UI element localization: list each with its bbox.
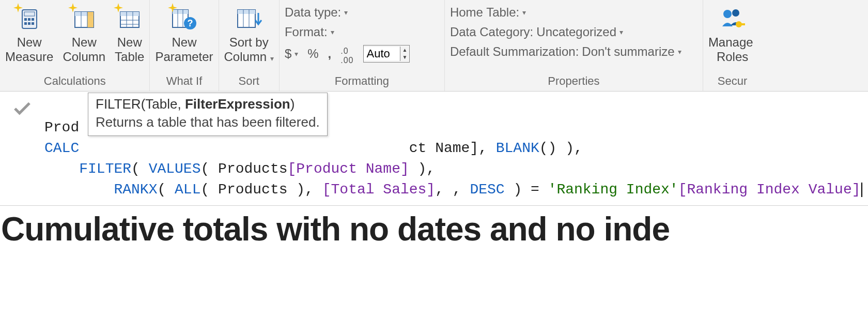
chevron-down-icon: ▾ xyxy=(522,8,526,17)
group-label-sort: Sort xyxy=(239,72,259,91)
group-formatting: Data type: ▾ Format: ▾ $ ▾ % xyxy=(280,0,445,91)
new-table-label: New Table xyxy=(115,35,144,64)
svg-rect-5 xyxy=(24,22,27,25)
intellisense-tooltip: FILTER(Table, FilterExpression) Returns … xyxy=(88,93,328,136)
svg-rect-1 xyxy=(24,12,35,16)
sparkle-icon xyxy=(114,3,123,12)
thousands-separator-button[interactable]: , xyxy=(328,47,332,61)
spin-up-icon[interactable]: ▲ xyxy=(400,47,410,54)
new-parameter-label: New Parameter xyxy=(155,35,213,64)
check-icon xyxy=(11,98,33,119)
ribbon: New Measure New Column xyxy=(0,0,868,92)
manage-roles-label: Manage Roles xyxy=(708,35,756,64)
percent-format-button[interactable]: % xyxy=(307,47,318,61)
chevron-down-icon: ▾ xyxy=(678,48,681,56)
group-label-properties: Properties xyxy=(548,72,599,91)
format-dropdown[interactable]: Format: ▾ xyxy=(285,25,334,39)
group-security: Manage Roles Secur xyxy=(703,0,762,91)
decimal-places-input[interactable] xyxy=(364,47,400,61)
group-label-calculations: Calculations xyxy=(44,72,106,91)
tooltip-signature: FILTER(Table, FilterExpression) xyxy=(96,96,320,112)
group-label-formatting: Formatting xyxy=(335,72,389,91)
sparkle-icon xyxy=(168,3,177,12)
currency-format-button[interactable]: $ ▾ xyxy=(285,47,298,61)
chevron-down-icon: ▾ xyxy=(619,28,623,36)
new-table-button[interactable]: New Table xyxy=(115,2,144,64)
svg-rect-16 xyxy=(120,12,139,16)
group-properties: Home Table: ▾ Data Category: Uncategoriz… xyxy=(445,0,703,91)
svg-rect-30 xyxy=(238,10,255,14)
group-calculations: New Measure New Column xyxy=(0,0,150,91)
svg-rect-2 xyxy=(24,18,27,21)
svg-rect-7 xyxy=(32,22,34,25)
home-table-dropdown[interactable]: Home Table: ▾ xyxy=(450,5,698,20)
decimal-icon: .0.00 xyxy=(340,47,353,65)
svg-rect-6 xyxy=(28,22,30,25)
text-cursor xyxy=(861,183,862,197)
group-sort: Sort by Column ▾ Sort xyxy=(219,0,280,91)
chevron-down-icon: ▾ xyxy=(295,50,298,58)
manage-roles-icon xyxy=(719,6,746,33)
sparkle-icon xyxy=(13,3,23,12)
group-label-whatif: What If xyxy=(166,72,203,91)
svg-point-34 xyxy=(732,9,739,17)
data-category-dropdown[interactable]: Data Category: Uncategorized ▾ xyxy=(450,25,698,39)
sort-by-column-icon xyxy=(236,6,262,33)
manage-roles-button[interactable]: Manage Roles xyxy=(708,2,756,64)
spin-down-icon[interactable]: ▼ xyxy=(400,54,410,61)
svg-point-33 xyxy=(723,10,732,18)
group-label-security: Secur xyxy=(718,72,747,91)
svg-marker-21 xyxy=(114,3,123,12)
svg-marker-28 xyxy=(168,3,177,12)
data-type-dropdown[interactable]: Data type: ▾ xyxy=(285,5,348,20)
chevron-down-icon: ▾ xyxy=(331,28,334,36)
new-measure-button[interactable]: New Measure xyxy=(5,2,53,64)
group-whatif: ? New Parameter What If xyxy=(150,0,219,91)
svg-text:?: ? xyxy=(188,18,193,28)
new-parameter-button[interactable]: ? New Parameter xyxy=(155,2,213,64)
new-column-button[interactable]: New Column xyxy=(63,2,105,64)
sort-by-column-label: Sort by Column ▾ xyxy=(224,35,274,66)
chevron-down-icon: ▾ xyxy=(344,8,348,17)
svg-marker-8 xyxy=(13,3,23,12)
sort-by-column-button[interactable]: Sort by Column ▾ xyxy=(224,2,274,66)
decimal-places-stepper[interactable]: ▲ ▼ xyxy=(363,45,410,63)
svg-rect-3 xyxy=(28,18,30,21)
sparkle-icon xyxy=(68,3,78,12)
formula-bar: Prod CALCULATE( IF( HASONEVALUE( Product… xyxy=(0,92,868,206)
chevron-down-icon: ▾ xyxy=(270,54,274,63)
default-summarization-dropdown[interactable]: Default Summarization: Don't summarize ▾ xyxy=(450,44,698,59)
svg-rect-4 xyxy=(32,18,34,21)
svg-marker-14 xyxy=(68,3,78,12)
tooltip-description: Returns a table that has been filtered. xyxy=(96,114,320,130)
new-measure-label: New Measure xyxy=(5,35,53,64)
svg-rect-36 xyxy=(741,23,745,25)
page-title: Cumulative totals with no dates and no i… xyxy=(0,206,868,248)
commit-formula-button[interactable] xyxy=(4,95,40,119)
svg-rect-11 xyxy=(87,12,94,27)
new-column-label: New Column xyxy=(63,35,105,64)
